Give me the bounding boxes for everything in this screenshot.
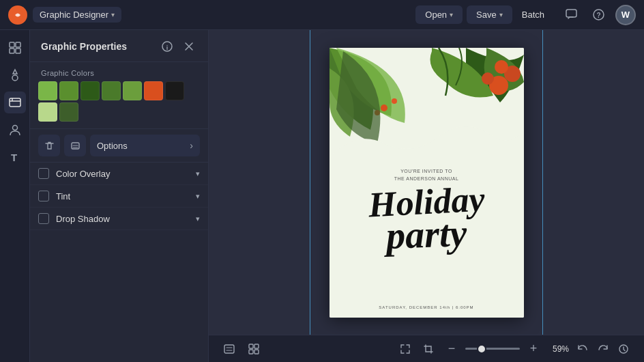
svg-text:?: ?	[596, 12, 600, 19]
color-overlay-row[interactable]: Color Overlay ▾	[30, 163, 208, 185]
canvas-card[interactable]: YOU'RE INVITED TO THE ANDERSON ANNUAL Ho…	[330, 48, 524, 318]
swatch-olive-green[interactable]	[123, 81, 142, 100]
swatch-dark-green[interactable]	[80, 81, 100, 100]
properties-panel: Graphic Properties i Graphic Colors	[30, 30, 209, 362]
color-overlay-checkbox[interactable]	[38, 168, 49, 179]
fit-button[interactable]	[396, 339, 415, 359]
templates-tool-button[interactable]	[4, 37, 26, 59]
card-invite-text: YOU'RE INVITED TO THE ANDERSON ANNUAL	[394, 167, 459, 182]
swatch-orange-red[interactable]	[144, 81, 163, 100]
crop-fit-button[interactable]	[419, 339, 438, 359]
topbar-icon-group: ? W	[561, 5, 636, 25]
options-button[interactable]: Options ›	[90, 135, 200, 156]
chat-button[interactable]	[561, 5, 581, 25]
save-chevron-icon: ▾	[499, 11, 503, 18]
svg-rect-1	[566, 10, 576, 17]
card-inner: YOU'RE INVITED TO THE ANDERSON ANNUAL Ho…	[330, 48, 524, 318]
swatch-medium-green[interactable]	[59, 81, 78, 100]
drop-shadow-chevron-icon: ▾	[196, 214, 200, 223]
svg-point-18	[482, 72, 494, 85]
svg-rect-22	[224, 345, 234, 353]
panel-title: Graphic Properties	[41, 41, 155, 52]
undo-redo-controls	[573, 339, 633, 359]
layers-button[interactable]	[64, 135, 86, 156]
zoom-slider[interactable]	[465, 348, 520, 350]
project-chevron-icon: ▾	[111, 11, 115, 18]
guide-line-right	[542, 30, 543, 335]
svg-point-17	[495, 60, 508, 74]
media-tool-button[interactable]	[4, 92, 26, 113]
svg-text:i: i	[166, 44, 169, 51]
zoom-in-button[interactable]: +	[524, 339, 543, 359]
topbar: Graphic Designer ▾ Open ▾ Save ▾ Batch ?…	[0, 0, 644, 30]
redo-button[interactable]	[594, 339, 613, 359]
tint-checkbox[interactable]	[38, 191, 49, 201]
drop-shadow-checkbox[interactable]	[38, 213, 49, 224]
app-logo[interactable]	[8, 5, 27, 25]
user-avatar[interactable]: W	[615, 5, 636, 25]
drop-shadow-label: Drop Shadow	[56, 214, 196, 224]
layers-panel-button[interactable]	[220, 339, 239, 359]
zoom-out-button[interactable]: −	[442, 339, 461, 359]
panel-info-button[interactable]: i	[159, 38, 175, 55]
svg-point-19	[381, 105, 387, 111]
swatch-forest-green[interactable]	[102, 81, 121, 100]
main-content: T Graphic Properties i Gr	[0, 30, 644, 362]
svg-point-10	[12, 126, 17, 130]
tint-label: Tint	[56, 191, 196, 201]
svg-rect-24	[254, 344, 259, 348]
svg-text:T: T	[11, 152, 17, 163]
bottom-right-controls: − + 59%	[396, 339, 633, 359]
grid-panel-button[interactable]	[244, 339, 263, 359]
color-overlay-label: Color Overlay	[56, 169, 196, 179]
svg-rect-23	[249, 344, 253, 348]
options-label: Options	[97, 141, 128, 151]
svg-rect-6	[10, 48, 14, 53]
swatch-pale-green[interactable]	[38, 102, 57, 122]
tint-chevron-icon: ▾	[196, 192, 200, 201]
card-holiday-text: Holiday party	[330, 185, 524, 251]
project-name-label: Graphic Designer	[40, 10, 108, 20]
color-overlay-chevron-icon: ▾	[196, 169, 200, 178]
svg-rect-9	[10, 98, 20, 107]
guide-line-left	[310, 30, 310, 335]
card-text-area: YOU'RE INVITED TO THE ANDERSON ANNUAL Ho…	[330, 154, 524, 318]
svg-rect-26	[254, 350, 259, 354]
panel-close-button[interactable]	[181, 38, 197, 55]
swatch-light-green[interactable]	[38, 81, 57, 100]
svg-point-20	[392, 98, 397, 104]
swatch-near-black[interactable]	[165, 81, 184, 100]
open-chevron-icon: ▾	[450, 11, 453, 18]
canvas-area: YOU'RE INVITED TO THE ANDERSON ANNUAL Ho…	[209, 30, 644, 362]
text-tool-button[interactable]: T	[4, 146, 26, 168]
panel-header: Graphic Properties i	[30, 30, 208, 62]
batch-button[interactable]: Batch	[516, 5, 550, 24]
project-name-button[interactable]: Graphic Designer ▾	[33, 7, 121, 23]
history-button[interactable]	[614, 339, 633, 359]
svg-rect-5	[16, 42, 20, 47]
canvas-workspace[interactable]: YOU'RE INVITED TO THE ANDERSON ANNUAL Ho…	[209, 30, 644, 335]
tools-sidebar: T	[0, 30, 30, 362]
svg-rect-7	[16, 48, 20, 53]
delete-button[interactable]	[38, 135, 60, 156]
people-tool-button[interactable]	[4, 119, 26, 141]
topbar-actions: Open ▾ Save ▾ Batch	[415, 5, 550, 24]
save-button[interactable]: Save ▾	[467, 5, 512, 24]
help-button[interactable]: ?	[588, 5, 609, 25]
graphic-colors-label: Graphic Colors	[30, 62, 208, 81]
svg-rect-4	[10, 42, 14, 47]
open-button[interactable]: Open ▾	[415, 5, 463, 24]
panel-tools-row: Options ›	[30, 128, 208, 163]
options-chevron-icon: ›	[190, 140, 193, 151]
card-bottom-text: SATURDAY, DECEMBER 14th | 6:00PM	[379, 305, 473, 309]
tint-row[interactable]: Tint ▾	[30, 185, 208, 208]
svg-point-8	[12, 75, 18, 81]
color-swatches-container	[30, 81, 208, 128]
swatch-deep-green[interactable]	[59, 102, 78, 122]
zoom-control: − + 59%	[442, 339, 569, 359]
undo-button[interactable]	[573, 339, 592, 359]
drop-shadow-row[interactable]: Drop Shadow ▾	[30, 208, 208, 230]
panel-header-icons: i	[159, 38, 197, 55]
elements-tool-button[interactable]	[4, 64, 26, 86]
bottom-left-controls	[220, 339, 263, 359]
